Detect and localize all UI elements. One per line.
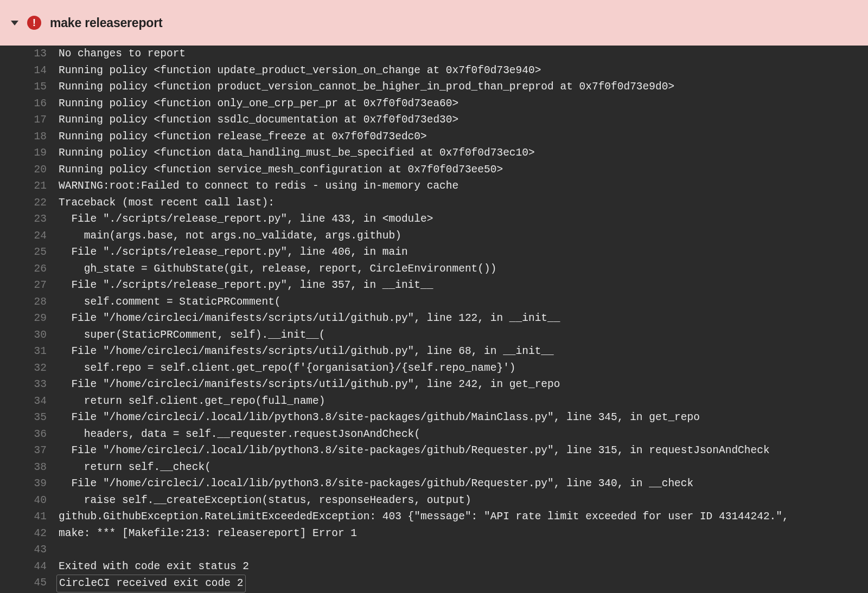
terminal-line: 43: [0, 542, 868, 558]
line-content: main(args.base, not args.no_validate, ar…: [59, 228, 868, 244]
line-content: File "/home/circleci/manifests/scripts/u…: [59, 343, 868, 360]
line-content: raise self.__createException(status, res…: [59, 492, 868, 509]
line-content: Running policy <function service_mesh_co…: [59, 162, 868, 178]
line-number: 29: [0, 310, 59, 327]
line-number: 28: [0, 294, 59, 311]
line-number: 17: [0, 112, 59, 128]
terminal-line: 26 gh_state = GithubState(git, release, …: [0, 261, 868, 278]
line-number: 18: [0, 128, 59, 145]
line-number: 34: [0, 393, 59, 410]
terminal-line: 37 File "/home/circleci/.local/lib/pytho…: [0, 442, 868, 459]
terminal-line: 34 return self.client.get_repo(full_name…: [0, 393, 868, 410]
terminal-line: 29 File "/home/circleci/manifests/script…: [0, 310, 868, 327]
line-number: 13: [0, 46, 59, 62]
line-number: 43: [0, 542, 59, 558]
terminal-line: 45CircleCI received exit code 2: [0, 575, 868, 592]
line-content: return self.__check(: [59, 459, 868, 476]
line-number: 23: [0, 211, 59, 228]
line-content: Running policy <function ssdlc_documenta…: [59, 112, 868, 128]
terminal-line: 38 return self.__check(: [0, 459, 868, 476]
line-content: Running policy <function data_handling_m…: [59, 145, 868, 162]
line-content: super(StaticPRComment, self).__init__(: [59, 327, 868, 344]
line-content: File "./scripts/release_report.py", line…: [59, 277, 868, 294]
line-content: WARNING:root:Failed to connect to redis …: [59, 178, 868, 195]
line-number: 14: [0, 62, 59, 79]
terminal-line: 22Traceback (most recent call last):: [0, 195, 868, 211]
terminal-line: 23 File "./scripts/release_report.py", l…: [0, 211, 868, 228]
line-content: gh_state = GithubState(git, release, rep…: [59, 261, 868, 278]
terminal-line: 40 raise self.__createException(status, …: [0, 492, 868, 509]
terminal-output: 13No changes to report14Running policy <…: [0, 46, 868, 592]
step-header[interactable]: ! make releasereport: [0, 0, 868, 46]
terminal-line: 15Running policy <function product_versi…: [0, 79, 868, 95]
line-number: 44: [0, 558, 59, 575]
line-content: Running policy <function release_freeze …: [59, 128, 868, 145]
line-number: 25: [0, 244, 59, 261]
terminal-line: 39 File "/home/circleci/.local/lib/pytho…: [0, 475, 868, 492]
terminal-line: 41github.GithubException.RateLimitExceed…: [0, 508, 868, 525]
terminal-line: 20Running policy <function service_mesh_…: [0, 162, 868, 178]
line-content: File "./scripts/release_report.py", line…: [59, 211, 868, 228]
terminal-line: 27 File "./scripts/release_report.py", l…: [0, 277, 868, 294]
terminal-line: 16Running policy <function only_one_crp_…: [0, 95, 868, 112]
line-number: 45: [0, 575, 59, 592]
terminal-line: 14Running policy <function update_produc…: [0, 62, 868, 79]
line-content: File "/home/circleci/manifests/scripts/u…: [59, 376, 868, 393]
line-content: File "/home/circleci/manifests/scripts/u…: [59, 310, 868, 327]
line-number: 42: [0, 525, 59, 542]
line-number: 22: [0, 195, 59, 211]
line-content: self.repo = self.client.get_repo(f'{orga…: [59, 360, 868, 377]
line-number: 26: [0, 261, 59, 278]
line-number: 32: [0, 360, 59, 377]
line-content: Running policy <function update_product_…: [59, 62, 868, 79]
line-content: github.GithubException.RateLimitExceeded…: [59, 508, 868, 525]
line-number: 36: [0, 426, 59, 443]
line-content: [59, 542, 868, 558]
line-number: 30: [0, 327, 59, 344]
terminal-line: 28 self.comment = StaticPRComment(: [0, 294, 868, 311]
line-number: 40: [0, 492, 59, 509]
terminal-line: 24 main(args.base, not args.no_validate,…: [0, 228, 868, 244]
line-number: 21: [0, 178, 59, 195]
line-content: make: *** [Makefile:213: releasereport] …: [59, 525, 868, 542]
line-number: 35: [0, 409, 59, 426]
line-number: 33: [0, 376, 59, 393]
terminal-line: 32 self.repo = self.client.get_repo(f'{o…: [0, 360, 868, 377]
terminal-line: 21WARNING:root:Failed to connect to redi…: [0, 178, 868, 195]
error-status-icon: !: [27, 16, 41, 30]
line-content: self.comment = StaticPRComment(: [59, 294, 868, 311]
line-content: No changes to report: [59, 46, 868, 62]
line-number: 24: [0, 228, 59, 244]
line-content: Traceback (most recent call last):: [59, 195, 868, 211]
line-content: headers, data = self.__requester.request…: [59, 426, 868, 443]
terminal-line: 18Running policy <function release_freez…: [0, 128, 868, 145]
line-number: 27: [0, 277, 59, 294]
line-number: 41: [0, 508, 59, 525]
line-content: Running policy <function only_one_crp_pe…: [59, 95, 868, 112]
terminal-line: 19Running policy <function data_handling…: [0, 145, 868, 162]
line-number: 19: [0, 145, 59, 162]
terminal-line: 33 File "/home/circleci/manifests/script…: [0, 376, 868, 393]
collapse-caret-icon[interactable]: [11, 21, 18, 25]
line-content: File "./scripts/release_report.py", line…: [59, 244, 868, 261]
line-number: 37: [0, 442, 59, 459]
line-number: 15: [0, 79, 59, 95]
line-number: 39: [0, 475, 59, 492]
line-content: Running policy <function product_version…: [59, 79, 868, 95]
terminal-line: 30 super(StaticPRComment, self).__init__…: [0, 327, 868, 344]
line-content: Exited with code exit status 2: [59, 558, 868, 575]
terminal-line: 42make: *** [Makefile:213: releasereport…: [0, 525, 868, 542]
line-number: 38: [0, 459, 59, 476]
line-content: CircleCI received exit code 2: [56, 575, 246, 592]
line-content: File "/home/circleci/.local/lib/python3.…: [59, 409, 868, 426]
line-content: File "/home/circleci/.local/lib/python3.…: [59, 475, 868, 492]
line-content: File "/home/circleci/.local/lib/python3.…: [59, 442, 868, 459]
step-title: make releasereport: [50, 16, 162, 30]
line-number: 16: [0, 95, 59, 112]
terminal-line: 44Exited with code exit status 2: [0, 558, 868, 575]
terminal-line: 36 headers, data = self.__requester.requ…: [0, 426, 868, 443]
line-number: 20: [0, 162, 59, 178]
terminal-line: 25 File "./scripts/release_report.py", l…: [0, 244, 868, 261]
terminal-line: 35 File "/home/circleci/.local/lib/pytho…: [0, 409, 868, 426]
terminal-line: 13No changes to report: [0, 46, 868, 62]
